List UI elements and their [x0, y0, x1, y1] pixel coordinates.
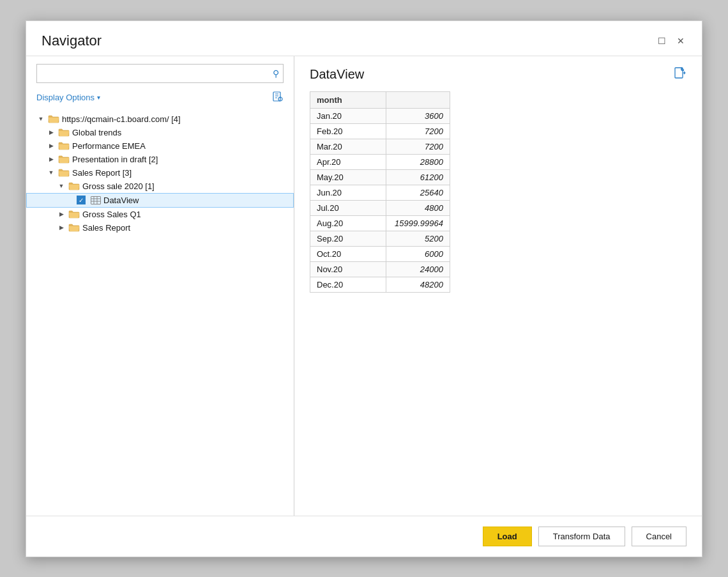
tree-item-sales-report-child[interactable]: ▶ Sales Report: [26, 221, 294, 235]
expand-global-trends-icon: ▶: [47, 128, 56, 137]
table-row: Jul.204800: [310, 200, 450, 215]
tree-root-label: https://qcmain-c1.board.com/ [4]: [62, 114, 181, 124]
col-month-header: month: [310, 91, 386, 108]
cell-value: 7200: [386, 139, 450, 154]
load-button[interactable]: Load: [483, 527, 532, 546]
folder-sales-report-child-icon: [68, 223, 80, 232]
tree-item-dataview[interactable]: ▶ ✓ DataView: [26, 193, 294, 208]
dialog-title: Navigator: [42, 33, 102, 49]
folder-global-trends-icon: [58, 128, 70, 137]
tree-item-root[interactable]: ▼ https://qcmain-c1.board.com/ [4]: [26, 112, 294, 126]
folder-gross-sales-q1-icon: [68, 210, 80, 219]
cell-value: 15999.99964: [386, 215, 450, 231]
tree-gross-sale-label: Gross sale 2020 [1]: [82, 181, 155, 191]
table-icon: [91, 196, 101, 204]
cell-value: 4800: [386, 200, 450, 215]
expand-sales-report-icon: ▼: [47, 168, 56, 177]
tree-sales-report-label: Sales Report [3]: [72, 168, 132, 178]
cell-month: Dec.20: [310, 277, 386, 292]
table-row: Sep.205200: [310, 231, 450, 246]
cell-month: Oct.20: [310, 246, 386, 261]
tree-item-global-trends[interactable]: ▶ Global trends: [26, 126, 294, 139]
cell-value: 5200: [386, 231, 450, 246]
dataview-export-icon[interactable]: [674, 66, 686, 82]
expand-root-icon: ▼: [36, 114, 45, 123]
folder-root-icon: [48, 114, 59, 123]
table-row: Oct.206000: [310, 246, 450, 261]
folder-gross-sale-icon: [68, 181, 80, 190]
tree-item-gross-sales-q1[interactable]: ▶ Gross Sales Q1: [26, 208, 294, 221]
tree-gross-sales-q1-label: Gross Sales Q1: [82, 210, 141, 219]
cell-month: Feb.20: [310, 123, 386, 139]
cancel-button[interactable]: Cancel: [632, 527, 686, 546]
tree-item-performance-emea[interactable]: ▶ Performance EMEA: [26, 139, 294, 153]
window-controls: ☐ ✕: [656, 35, 686, 47]
table-row: May.2061200: [310, 169, 450, 185]
cell-value: 24000: [386, 261, 450, 277]
left-panel: ⚲ Display Options ▾: [26, 56, 294, 516]
cell-value: 25640: [386, 185, 450, 200]
title-bar: Navigator ☐ ✕: [26, 21, 702, 56]
cell-month: Mar.20: [310, 139, 386, 154]
tree-item-gross-sale-2020[interactable]: ▼ Gross sale 2020 [1]: [26, 180, 294, 193]
expand-performance-emea-icon: ▶: [47, 141, 56, 150]
expand-presentation-icon: ▶: [47, 155, 56, 164]
display-options-label: Display Options: [36, 93, 95, 102]
cell-month: Jan.20: [310, 108, 386, 123]
cell-month: Apr.20: [310, 154, 386, 169]
folder-presentation-icon: [58, 155, 70, 164]
cell-month: Nov.20: [310, 261, 386, 277]
data-table: month Jan.203600Feb.207200Mar.207200Apr.…: [310, 91, 450, 293]
table-row: Mar.207200: [310, 139, 450, 154]
display-options-arrow: ▾: [97, 94, 100, 101]
tree-dataview-label: DataView: [103, 196, 139, 205]
table-row: Apr.2028800: [310, 154, 450, 169]
display-options-row: Display Options ▾: [26, 88, 294, 110]
table-row: Aug.2015999.99964: [310, 215, 450, 231]
cell-month: Sep.20: [310, 231, 386, 246]
cell-month: Jun.20: [310, 185, 386, 200]
table-row: Dec.2048200: [310, 277, 450, 292]
cell-value: 7200: [386, 123, 450, 139]
svg-rect-5: [91, 196, 101, 204]
folder-sales-report-icon: [58, 168, 70, 177]
search-icon: ⚲: [273, 68, 279, 79]
dataview-header: DataView: [310, 66, 686, 82]
tree-item-sales-report[interactable]: ▼ Sales Report [3]: [26, 166, 294, 180]
cell-month: Jul.20: [310, 200, 386, 215]
svg-rect-0: [273, 92, 280, 101]
table-row: Jan.203600: [310, 108, 450, 123]
col-value-header: [386, 91, 450, 108]
footer: Load Transform Data Cancel: [26, 516, 702, 557]
search-bar: ⚲: [36, 64, 284, 83]
display-options-button[interactable]: Display Options ▾: [36, 93, 100, 102]
cell-value: 61200: [386, 169, 450, 185]
tree-performance-emea-label: Performance EMEA: [72, 141, 146, 151]
table-row: Jun.2025640: [310, 185, 450, 200]
folder-performance-emea-icon: [58, 141, 70, 150]
file-tree: ▼ https://qcmain-c1.board.com/ [4] ▶: [26, 110, 294, 516]
refresh-icon[interactable]: [272, 91, 284, 105]
right-panel: DataView: [294, 56, 702, 516]
minimize-button[interactable]: ☐: [656, 35, 667, 47]
table-row: Feb.207200: [310, 123, 450, 139]
expand-gross-sales-q1-icon: ▶: [57, 210, 66, 219]
expand-sales-report-child-icon: ▶: [57, 223, 66, 232]
tree-item-presentation-in-draft[interactable]: ▶ Presentation in draft [2]: [26, 153, 294, 166]
cell-month: May.20: [310, 169, 386, 185]
dataview-title: DataView: [310, 67, 364, 82]
search-input[interactable]: [37, 65, 283, 82]
tree-presentation-label: Presentation in draft [2]: [72, 155, 158, 164]
cell-month: Aug.20: [310, 215, 386, 231]
dataview-checkbox[interactable]: ✓: [77, 196, 86, 204]
transform-data-button[interactable]: Transform Data: [538, 527, 625, 546]
cell-value: 48200: [386, 277, 450, 292]
cell-value: 28800: [386, 154, 450, 169]
tree-global-trends-label: Global trends: [72, 128, 121, 137]
table-row: Nov.2024000: [310, 261, 450, 277]
cell-value: 3600: [386, 108, 450, 123]
navigator-dialog: Navigator ☐ ✕ ⚲ Display Options ▾: [26, 20, 702, 557]
close-button[interactable]: ✕: [675, 35, 686, 47]
expand-gross-sale-icon: ▼: [57, 181, 66, 190]
tree-sales-report-child-label: Sales Report: [82, 223, 130, 233]
